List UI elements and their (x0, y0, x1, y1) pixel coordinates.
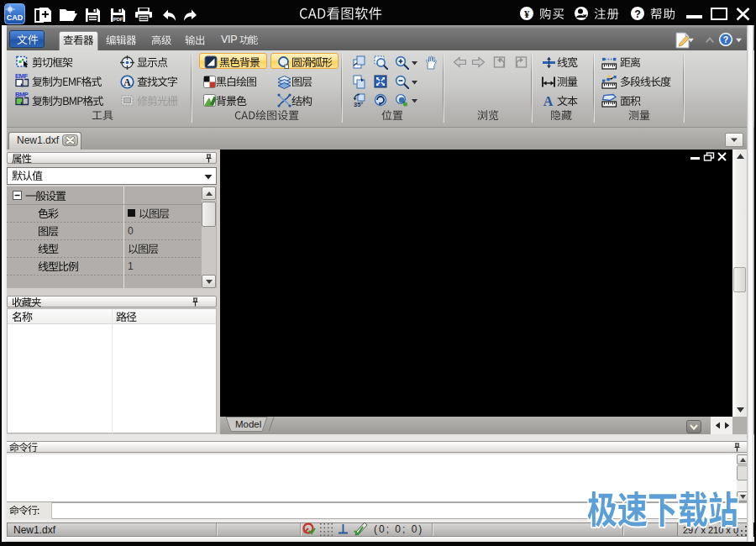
svg-text:BMP: BMP (15, 91, 29, 98)
svg-text:?: ? (634, 8, 641, 20)
svg-text:EMF: EMF (15, 72, 28, 80)
svg-text:¥: ¥ (524, 8, 530, 20)
svg-text:?: ? (723, 34, 728, 45)
svg-text:CAD: CAD (7, 13, 24, 22)
svg-text:A: A (123, 77, 131, 87)
svg-text:PDF: PDF (113, 17, 123, 22)
svg-text:35°: 35° (354, 101, 363, 108)
svg-text:A: A (543, 94, 554, 108)
